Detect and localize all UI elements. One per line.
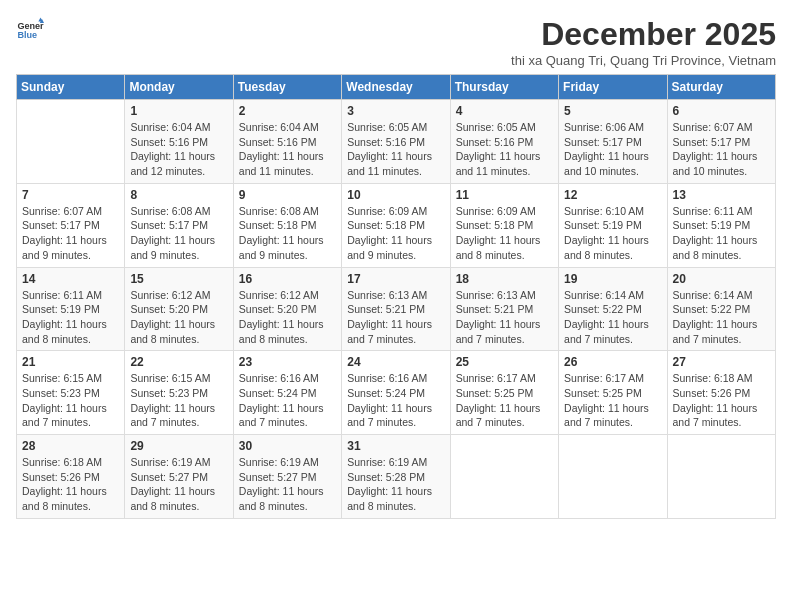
day-header-saturday: Saturday <box>667 75 775 100</box>
day-info: Sunrise: 6:19 AM Sunset: 5:27 PM Dayligh… <box>239 455 336 514</box>
day-number: 31 <box>347 439 444 453</box>
day-info: Sunrise: 6:14 AM Sunset: 5:22 PM Dayligh… <box>564 288 661 347</box>
day-info: Sunrise: 6:15 AM Sunset: 5:23 PM Dayligh… <box>22 371 119 430</box>
day-info: Sunrise: 6:11 AM Sunset: 5:19 PM Dayligh… <box>22 288 119 347</box>
page-header: General Blue December 2025 thi xa Quang … <box>16 16 776 68</box>
calendar-week-row: 1Sunrise: 6:04 AM Sunset: 5:16 PM Daylig… <box>17 100 776 184</box>
day-number: 24 <box>347 355 444 369</box>
day-header-sunday: Sunday <box>17 75 125 100</box>
calendar-cell: 2Sunrise: 6:04 AM Sunset: 5:16 PM Daylig… <box>233 100 341 184</box>
calendar-cell: 5Sunrise: 6:06 AM Sunset: 5:17 PM Daylig… <box>559 100 667 184</box>
day-number: 8 <box>130 188 227 202</box>
day-info: Sunrise: 6:19 AM Sunset: 5:27 PM Dayligh… <box>130 455 227 514</box>
day-number: 5 <box>564 104 661 118</box>
calendar-cell: 20Sunrise: 6:14 AM Sunset: 5:22 PM Dayli… <box>667 267 775 351</box>
day-number: 22 <box>130 355 227 369</box>
calendar-cell: 21Sunrise: 6:15 AM Sunset: 5:23 PM Dayli… <box>17 351 125 435</box>
day-number: 20 <box>673 272 770 286</box>
day-info: Sunrise: 6:05 AM Sunset: 5:16 PM Dayligh… <box>456 120 553 179</box>
day-header-thursday: Thursday <box>450 75 558 100</box>
calendar-cell: 11Sunrise: 6:09 AM Sunset: 5:18 PM Dayli… <box>450 183 558 267</box>
day-info: Sunrise: 6:09 AM Sunset: 5:18 PM Dayligh… <box>456 204 553 263</box>
calendar-week-row: 14Sunrise: 6:11 AM Sunset: 5:19 PM Dayli… <box>17 267 776 351</box>
logo-icon: General Blue <box>16 16 44 44</box>
calendar-cell: 16Sunrise: 6:12 AM Sunset: 5:20 PM Dayli… <box>233 267 341 351</box>
day-number: 1 <box>130 104 227 118</box>
day-number: 26 <box>564 355 661 369</box>
day-info: Sunrise: 6:17 AM Sunset: 5:25 PM Dayligh… <box>564 371 661 430</box>
day-info: Sunrise: 6:05 AM Sunset: 5:16 PM Dayligh… <box>347 120 444 179</box>
day-header-friday: Friday <box>559 75 667 100</box>
day-number: 27 <box>673 355 770 369</box>
day-number: 3 <box>347 104 444 118</box>
calendar-cell: 18Sunrise: 6:13 AM Sunset: 5:21 PM Dayli… <box>450 267 558 351</box>
day-info: Sunrise: 6:16 AM Sunset: 5:24 PM Dayligh… <box>347 371 444 430</box>
calendar-cell <box>450 435 558 519</box>
day-number: 4 <box>456 104 553 118</box>
day-number: 25 <box>456 355 553 369</box>
calendar-cell: 30Sunrise: 6:19 AM Sunset: 5:27 PM Dayli… <box>233 435 341 519</box>
svg-text:General: General <box>17 21 44 31</box>
day-number: 21 <box>22 355 119 369</box>
calendar-cell: 15Sunrise: 6:12 AM Sunset: 5:20 PM Dayli… <box>125 267 233 351</box>
calendar-cell: 14Sunrise: 6:11 AM Sunset: 5:19 PM Dayli… <box>17 267 125 351</box>
calendar-cell: 6Sunrise: 6:07 AM Sunset: 5:17 PM Daylig… <box>667 100 775 184</box>
day-number: 14 <box>22 272 119 286</box>
day-info: Sunrise: 6:09 AM Sunset: 5:18 PM Dayligh… <box>347 204 444 263</box>
day-info: Sunrise: 6:13 AM Sunset: 5:21 PM Dayligh… <box>347 288 444 347</box>
day-info: Sunrise: 6:11 AM Sunset: 5:19 PM Dayligh… <box>673 204 770 263</box>
day-number: 10 <box>347 188 444 202</box>
calendar-cell: 8Sunrise: 6:08 AM Sunset: 5:17 PM Daylig… <box>125 183 233 267</box>
month-title: December 2025 <box>511 16 776 53</box>
day-info: Sunrise: 6:13 AM Sunset: 5:21 PM Dayligh… <box>456 288 553 347</box>
logo: General Blue <box>16 16 44 44</box>
day-info: Sunrise: 6:04 AM Sunset: 5:16 PM Dayligh… <box>239 120 336 179</box>
day-number: 6 <box>673 104 770 118</box>
day-info: Sunrise: 6:18 AM Sunset: 5:26 PM Dayligh… <box>22 455 119 514</box>
day-info: Sunrise: 6:17 AM Sunset: 5:25 PM Dayligh… <box>456 371 553 430</box>
calendar-cell: 25Sunrise: 6:17 AM Sunset: 5:25 PM Dayli… <box>450 351 558 435</box>
calendar-cell <box>559 435 667 519</box>
day-info: Sunrise: 6:10 AM Sunset: 5:19 PM Dayligh… <box>564 204 661 263</box>
day-number: 2 <box>239 104 336 118</box>
calendar-body: 1Sunrise: 6:04 AM Sunset: 5:16 PM Daylig… <box>17 100 776 519</box>
svg-text:Blue: Blue <box>17 30 37 40</box>
day-number: 29 <box>130 439 227 453</box>
day-number: 9 <box>239 188 336 202</box>
calendar-cell: 4Sunrise: 6:05 AM Sunset: 5:16 PM Daylig… <box>450 100 558 184</box>
day-header-monday: Monday <box>125 75 233 100</box>
calendar-week-row: 28Sunrise: 6:18 AM Sunset: 5:26 PM Dayli… <box>17 435 776 519</box>
day-number: 7 <box>22 188 119 202</box>
day-info: Sunrise: 6:18 AM Sunset: 5:26 PM Dayligh… <box>673 371 770 430</box>
calendar-cell <box>667 435 775 519</box>
calendar-cell: 10Sunrise: 6:09 AM Sunset: 5:18 PM Dayli… <box>342 183 450 267</box>
title-block: December 2025 thi xa Quang Tri, Quang Tr… <box>511 16 776 68</box>
calendar-header-row: SundayMondayTuesdayWednesdayThursdayFrid… <box>17 75 776 100</box>
day-header-tuesday: Tuesday <box>233 75 341 100</box>
day-info: Sunrise: 6:19 AM Sunset: 5:28 PM Dayligh… <box>347 455 444 514</box>
day-info: Sunrise: 6:15 AM Sunset: 5:23 PM Dayligh… <box>130 371 227 430</box>
calendar-cell: 27Sunrise: 6:18 AM Sunset: 5:26 PM Dayli… <box>667 351 775 435</box>
calendar-cell: 31Sunrise: 6:19 AM Sunset: 5:28 PM Dayli… <box>342 435 450 519</box>
day-info: Sunrise: 6:14 AM Sunset: 5:22 PM Dayligh… <box>673 288 770 347</box>
calendar-cell: 22Sunrise: 6:15 AM Sunset: 5:23 PM Dayli… <box>125 351 233 435</box>
day-info: Sunrise: 6:08 AM Sunset: 5:17 PM Dayligh… <box>130 204 227 263</box>
calendar-cell: 12Sunrise: 6:10 AM Sunset: 5:19 PM Dayli… <box>559 183 667 267</box>
day-info: Sunrise: 6:06 AM Sunset: 5:17 PM Dayligh… <box>564 120 661 179</box>
day-info: Sunrise: 6:16 AM Sunset: 5:24 PM Dayligh… <box>239 371 336 430</box>
calendar-week-row: 21Sunrise: 6:15 AM Sunset: 5:23 PM Dayli… <box>17 351 776 435</box>
day-info: Sunrise: 6:07 AM Sunset: 5:17 PM Dayligh… <box>673 120 770 179</box>
calendar-cell: 26Sunrise: 6:17 AM Sunset: 5:25 PM Dayli… <box>559 351 667 435</box>
calendar-cell: 1Sunrise: 6:04 AM Sunset: 5:16 PM Daylig… <box>125 100 233 184</box>
calendar-cell: 3Sunrise: 6:05 AM Sunset: 5:16 PM Daylig… <box>342 100 450 184</box>
day-header-wednesday: Wednesday <box>342 75 450 100</box>
day-number: 11 <box>456 188 553 202</box>
day-info: Sunrise: 6:04 AM Sunset: 5:16 PM Dayligh… <box>130 120 227 179</box>
day-number: 12 <box>564 188 661 202</box>
calendar-cell: 17Sunrise: 6:13 AM Sunset: 5:21 PM Dayli… <box>342 267 450 351</box>
day-number: 15 <box>130 272 227 286</box>
day-info: Sunrise: 6:08 AM Sunset: 5:18 PM Dayligh… <box>239 204 336 263</box>
day-number: 18 <box>456 272 553 286</box>
location-subtitle: thi xa Quang Tri, Quang Tri Province, Vi… <box>511 53 776 68</box>
calendar-cell: 19Sunrise: 6:14 AM Sunset: 5:22 PM Dayli… <box>559 267 667 351</box>
